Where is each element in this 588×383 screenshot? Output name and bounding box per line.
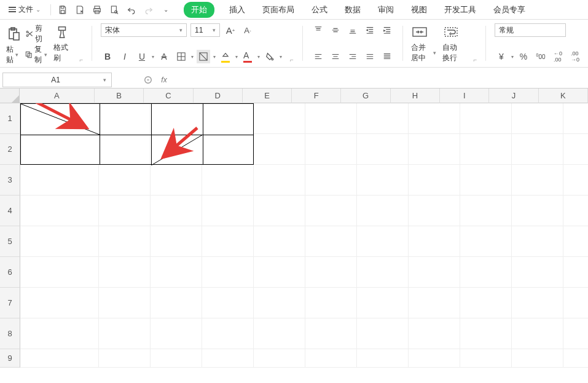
merge-center-button[interactable]: 合并居中 ▾ [411,42,436,63]
paste-button[interactable]: 粘贴 ▾ [6,44,18,65]
cut-button[interactable]: 剪切 [25,23,48,44]
tab-formulas[interactable]: 公式 [309,1,330,19]
tab-data[interactable]: 数据 [342,1,363,19]
align-center-icon[interactable] [329,50,342,63]
row-header-7[interactable]: 7 [0,288,20,318]
copy-button[interactable]: 复制 ▾ [25,44,47,65]
row-header-6[interactable]: 6 [0,257,20,288]
italic-icon[interactable]: I [118,50,131,63]
col-header-J[interactable]: J [489,89,538,103]
cancel-edit-icon[interactable] [143,74,154,85]
file-menu-button[interactable]: 文件 ⌄ [5,2,44,17]
tab-member[interactable]: 会员专享 [491,1,528,19]
borders-icon[interactable]: ▾ [174,50,188,63]
col-header-I[interactable]: I [440,89,489,103]
col-header-A[interactable]: A [20,89,95,103]
tab-developer[interactable]: 开发工具 [442,1,479,19]
font-size-select[interactable]: 11 ▾ [190,23,220,37]
col-header-G[interactable]: G [341,89,390,103]
qat-dropdown-icon[interactable]: ⌄ [160,4,171,15]
tab-review[interactable]: 审阅 [375,1,396,19]
file-menu-label: 文件 [18,4,33,15]
increase-indent-icon[interactable] [380,23,394,37]
dialog-launcher-icon[interactable]: ⌐ [473,57,477,63]
comma-style-icon[interactable]: 000 [534,50,547,63]
ribbon-group-alignment [312,23,394,63]
row-header-9[interactable]: 9 [0,349,20,368]
bold-icon[interactable]: B [101,50,114,63]
col-header-C[interactable]: C [144,89,193,103]
format-painter-button[interactable]: 格式刷 [53,42,71,63]
increase-decimal-icon[interactable]: ←0.00 [551,50,565,63]
tab-insert[interactable]: 插入 [227,1,248,19]
select-all-corner[interactable] [0,89,20,103]
chevron-down-icon: ⌄ [36,6,41,13]
merge-icon[interactable] [411,23,428,41]
dialog-launcher-icon[interactable]: ⌐ [79,57,83,63]
undo-icon[interactable] [126,4,137,15]
number-format-value: 常规 [499,25,514,36]
row-header-1[interactable]: 1 [0,103,20,134]
format-painter-label: 格式刷 [53,42,71,63]
underline-icon[interactable]: U▾ [135,50,149,63]
format-painter-icon[interactable] [53,23,71,41]
separator [92,26,92,61]
percent-icon[interactable]: % [517,50,530,63]
print-icon[interactable] [92,4,103,15]
row-header-4[interactable]: 4 [0,195,20,226]
decrease-font-icon[interactable]: A- [241,23,254,37]
currency-icon[interactable]: ¥▾ [495,50,508,63]
col-header-F[interactable]: F [292,89,341,103]
cell-style-icon[interactable]: ▾ [263,50,276,63]
strikethrough-icon[interactable]: A [157,50,171,63]
fill-color-icon[interactable]: ▾ [219,50,232,63]
ribbon-group-merge: 合并居中 ▾ [411,23,436,63]
chevron-down-icon: ▾ [15,52,18,58]
col-header-E[interactable]: E [243,89,292,103]
print-preview-icon[interactable] [109,4,120,15]
align-left-icon[interactable] [312,50,325,63]
wrap-text-label: 自动换行 [442,42,465,63]
col-header-K[interactable]: K [539,89,588,103]
wrap-text-icon[interactable] [442,23,460,41]
ribbon: 剪切 粘贴 ▾ 复制 ▾ 格式刷 [0,20,588,68]
align-top-icon[interactable] [312,23,325,37]
cells-area[interactable] [20,103,588,368]
row-header-5[interactable]: 5 [0,226,20,257]
number-format-select[interactable]: 常规 [495,23,566,37]
col-header-D[interactable]: D [194,89,243,103]
tab-page-layout[interactable]: 页面布局 [260,1,297,19]
font-name-select[interactable]: 宋体 ▾ [101,23,187,37]
paste-label: 粘贴 [6,44,14,65]
align-middle-icon[interactable] [329,23,342,37]
decrease-decimal-icon[interactable]: .00→0 [568,50,582,63]
align-bottom-icon[interactable] [346,23,359,37]
row-header-3[interactable]: 3 [0,165,20,195]
align-right-icon[interactable] [346,50,359,63]
col-header-H[interactable]: H [391,89,440,103]
justify-icon[interactable] [363,50,377,63]
increase-font-icon[interactable]: A+ [224,23,237,37]
fx-icon[interactable]: fx [159,74,170,85]
chevron-down-icon: ▾ [179,27,182,33]
chevron-down-icon: ▾ [103,77,106,83]
paste-icon[interactable] [6,25,22,42]
save-icon[interactable] [57,4,68,15]
row-header-8[interactable]: 8 [0,318,20,349]
dialog-launcher-icon[interactable]: ⌐ [290,57,294,63]
wrap-text-button[interactable]: 自动换行 [442,42,465,63]
col-header-B[interactable]: B [95,89,144,103]
decrease-indent-icon[interactable] [363,23,377,37]
tab-start[interactable]: 开始 [184,2,214,18]
merge-center-label: 合并居中 [411,42,432,63]
font-color-icon[interactable]: A ▾ [241,50,254,63]
distribute-icon[interactable] [380,50,394,63]
row-header-2[interactable]: 2 [0,134,20,165]
redo-icon[interactable] [143,4,154,15]
separator [485,26,486,61]
tab-view[interactable]: 视图 [409,1,429,19]
cell-diagonal-icon[interactable]: ▾ [197,50,210,63]
formula-input[interactable] [174,73,588,87]
name-box[interactable]: A1 ▾ [2,73,112,87]
save-as-icon[interactable] [74,4,85,15]
